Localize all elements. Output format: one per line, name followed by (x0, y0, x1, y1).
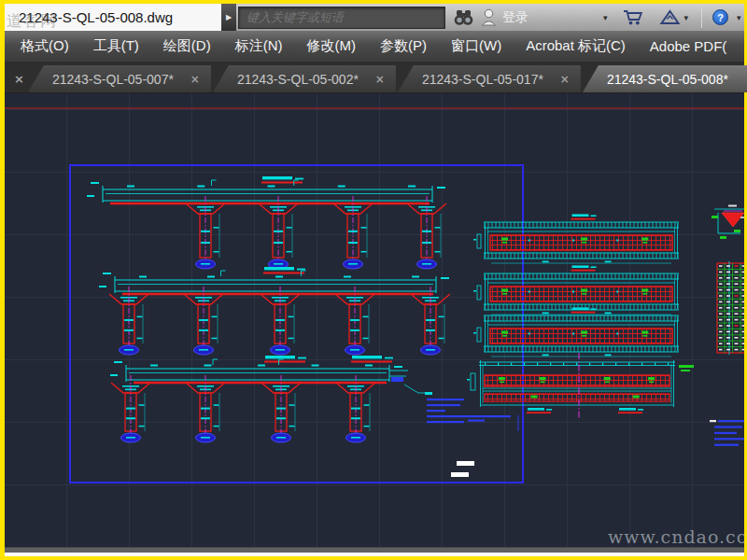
autodesk-caret-icon[interactable]: ▾ (684, 13, 689, 22)
notes-block-left (425, 392, 468, 423)
menu-window[interactable]: 窗口(W) (439, 31, 514, 62)
screenshot-frame: 道客网 21243-S-QL-05-008.dwg ▶ (0, 0, 747, 560)
user-icon[interactable] (481, 8, 497, 26)
site-watermark: www.cndao.com (608, 526, 744, 547)
beam-detail-1 (473, 214, 679, 263)
drawing-canvas[interactable]: www.cndao.com (5, 93, 744, 547)
beam-detail-2 (473, 265, 679, 315)
overlay-watermark: 道客网 (7, 7, 57, 31)
file-tab-017[interactable]: 21243-S-QL-05-017* × (398, 65, 581, 92)
exchange-cart-icon[interactable] (622, 8, 645, 26)
binoculars-search-icon[interactable] (453, 8, 474, 26)
close-tab-icon[interactable]: × (190, 73, 204, 86)
file-tab-002[interactable]: 21243-S-QL-05-002* × (213, 65, 396, 92)
menu-parametric[interactable]: 参数(P) (368, 31, 439, 62)
bridge-elevation-view-1 (87, 176, 446, 269)
title-bar: 道客网 21243-S-QL-05-008.dwg ▶ (5, 4, 744, 31)
menu-bar: 格式(O) 工具(T) 绘图(D) 标注(N) 修改(M) 参数(P) 窗口(W… (5, 31, 744, 62)
toolbar-divider (701, 7, 702, 28)
close-tab-icon[interactable]: × (560, 73, 573, 86)
bottom-white-strip (5, 553, 744, 556)
menu-draw[interactable]: 绘图(D) (151, 31, 223, 62)
notes-block-right (710, 420, 744, 446)
white-annotation-bar (451, 472, 469, 477)
bridge-elevation-view-3 (110, 356, 426, 442)
menu-format[interactable]: 格式(O) (8, 31, 81, 62)
file-tab-008-active[interactable]: 21243-S-QL-05-008* (583, 65, 747, 92)
cross-section-detail (712, 205, 744, 240)
cad-drawing (5, 93, 744, 547)
file-tabs-bar: × 21243-S-QL-05-007* × 21243-S-QL-05-002… (5, 62, 744, 93)
sign-in-caret-icon[interactable]: ▾ (603, 13, 608, 22)
menu-tools[interactable]: 工具(T) (81, 31, 151, 62)
file-tab-007[interactable]: 21243-S-QL-05-007* × (28, 65, 211, 92)
menu-dimension[interactable]: 标注(N) (223, 31, 295, 62)
menu-modify[interactable]: 修改(M) (294, 31, 368, 62)
bridge-elevation-view-2 (99, 267, 450, 355)
application-window: 道客网 21243-S-QL-05-008.dwg ▶ (5, 4, 744, 556)
help-icon[interactable]: ? (712, 9, 728, 25)
search-input[interactable] (239, 7, 444, 28)
beam-detail-4 (467, 353, 694, 431)
menu-adobe-pdf[interactable]: Adobe PDF( (638, 31, 740, 62)
close-tab-icon[interactable]: × (375, 73, 388, 86)
window-title: 道客网 21243-S-QL-05-008.dwg (5, 4, 221, 31)
sign-in-button[interactable]: 登录 (502, 9, 529, 26)
help-search-box[interactable] (238, 7, 445, 29)
search-expand-button[interactable]: ▶ (221, 4, 236, 31)
beam-detail-3 (473, 307, 679, 357)
help-caret-icon[interactable]: ▾ (737, 13, 741, 22)
white-annotation-bar (457, 461, 474, 466)
autodesk-360-icon[interactable] (659, 9, 681, 25)
close-tab-icon[interactable]: × (14, 72, 24, 86)
menu-acrobat-markup[interactable]: Acrobat 标记(C) (514, 31, 638, 62)
rebar-table (717, 261, 744, 355)
